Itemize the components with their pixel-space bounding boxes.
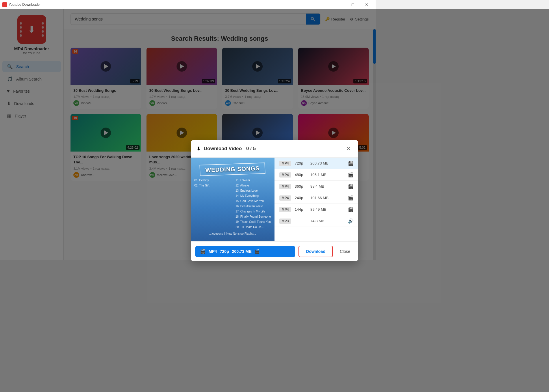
- size-tag-2: 106.1 MB: [310, 173, 344, 177]
- format-row-mp3[interactable]: MP3 74.8 MB 🔊: [274, 215, 358, 227]
- size-tag-4: 101.66 MB: [310, 196, 344, 200]
- song-col-right: 11. I Swear 12. Always 13. Endless Love …: [235, 178, 271, 230]
- song-20: 20. Till Death Do Us...: [235, 225, 271, 230]
- format-row-144p[interactable]: MP4 144p 89.49 MB 🎬: [274, 204, 358, 215]
- song-11: 11. I Swear: [235, 178, 271, 183]
- download-icon-header: ⬇: [196, 145, 201, 152]
- format-tag-4: MP4: [279, 195, 291, 201]
- preview-description: ...lovesong || New Nonstop Playlist...: [206, 232, 259, 235]
- format-tag-6: MP3: [279, 219, 291, 224]
- format-row-360p[interactable]: MP4 360p 98.4 MB 🎬: [274, 181, 358, 192]
- video-format-icon-5: 🎬: [348, 207, 354, 212]
- song-13: 13. Endless Love: [235, 188, 271, 193]
- song-17: 17. Changes In My Life: [235, 209, 271, 214]
- modal-options: MP4 720p 200.73 MB 🎬 MP4 480p 106.1 MB 🎬…: [274, 158, 358, 241]
- song-1: 01. Destiny: [194, 178, 230, 183]
- quality-tag-1: 720p: [295, 161, 307, 165]
- quality-tag-2: 480p: [295, 173, 307, 177]
- size-tag-6: 74.8 MB: [310, 219, 344, 223]
- song-15: 15. God Gave Me You: [235, 199, 271, 204]
- modal-title-row: ⬇ Download Video - 0 / 5: [196, 145, 256, 152]
- quality-tag-4: 240p: [295, 196, 307, 200]
- format-tag-3: MP4: [279, 184, 291, 189]
- video-format-icon-3: 🎬: [348, 184, 354, 189]
- size-tag-5: 89.49 MB: [310, 207, 344, 212]
- modal-preview: WEDDING SONGS 01. Destiny 02. The Gift 1…: [191, 158, 274, 241]
- song-2: 02. The Gift: [194, 183, 230, 188]
- song-16: 16. Beautiful In White: [235, 204, 271, 209]
- close-button[interactable]: ✕: [360, 0, 373, 9]
- selected-size-label: 200.73 MB: [232, 249, 252, 254]
- close-modal-button[interactable]: Close: [336, 246, 354, 257]
- quality-tag-5: 144p: [295, 207, 307, 212]
- selected-quality-label: 720p: [220, 249, 229, 254]
- maximize-button[interactable]: □: [346, 0, 359, 9]
- modal-title: Download Video - 0 / 5: [204, 146, 256, 152]
- minimize-button[interactable]: —: [332, 0, 346, 9]
- window-controls: — □ ✕: [332, 0, 373, 9]
- selected-format-icon: 🎬: [200, 249, 206, 254]
- song-19: 19. Thank God I Found You: [235, 219, 271, 225]
- song-col-left: 01. Destiny 02. The Gift: [194, 178, 230, 230]
- quality-tag-3: 360p: [295, 184, 307, 188]
- app-icon: [2, 2, 7, 7]
- selected-format-label: MP4: [209, 249, 217, 254]
- download-modal: ⬇ Download Video - 0 / 5 ✕ WEDDING SONGS…: [191, 140, 358, 260]
- video-format-icon-2: 🎬: [348, 172, 354, 178]
- size-tag-1: 200.73 MB: [310, 161, 344, 165]
- video-format-icon-4: 🎬: [348, 195, 354, 201]
- modal-close-button[interactable]: ✕: [344, 145, 353, 153]
- song-18: 18. Finally Found Someone: [235, 214, 271, 219]
- preview-title: WEDDING SONGS: [200, 163, 266, 176]
- video-format-icon-1: 🎬: [348, 160, 354, 166]
- audio-format-icon-6: 🔊: [348, 218, 354, 224]
- size-tag-3: 98.4 MB: [310, 184, 344, 188]
- format-tag-2: MP4: [279, 172, 291, 178]
- song-12: 12. Always: [235, 183, 271, 188]
- modal-header: ⬇ Download Video - 0 / 5 ✕: [191, 140, 358, 158]
- modal-body: WEDDING SONGS 01. Destiny 02. The Gift 1…: [191, 158, 358, 241]
- titlebar: Youtube Downloader — □ ✕: [0, 0, 376, 9]
- selected-format-button[interactable]: 🎬 MP4 720p 200.73 MB 🎬: [195, 246, 295, 257]
- overlay: ⬇ Download Video - 0 / 5 ✕ WEDDING SONGS…: [0, 9, 376, 260]
- format-tag-5: MP4: [279, 207, 291, 212]
- format-row-720p[interactable]: MP4 720p 200.73 MB 🎬: [274, 158, 358, 169]
- modal-footer: 🎬 MP4 720p 200.73 MB 🎬 Download Close: [191, 241, 358, 260]
- format-row-240p[interactable]: MP4 240p 101.66 MB 🎬: [274, 192, 358, 204]
- selected-cam-icon: 🎬: [255, 249, 259, 254]
- titlebar-left: Youtube Downloader: [2, 2, 41, 7]
- format-row-480p[interactable]: MP4 480p 106.1 MB 🎬: [274, 169, 358, 181]
- format-tag-1: MP4: [279, 161, 291, 166]
- song-14: 14. My Everything: [235, 193, 271, 199]
- download-button[interactable]: Download: [298, 246, 333, 257]
- app-name: Youtube Downloader: [9, 3, 41, 7]
- preview-songs-list: 01. Destiny 02. The Gift 11. I Swear 12.…: [192, 178, 274, 230]
